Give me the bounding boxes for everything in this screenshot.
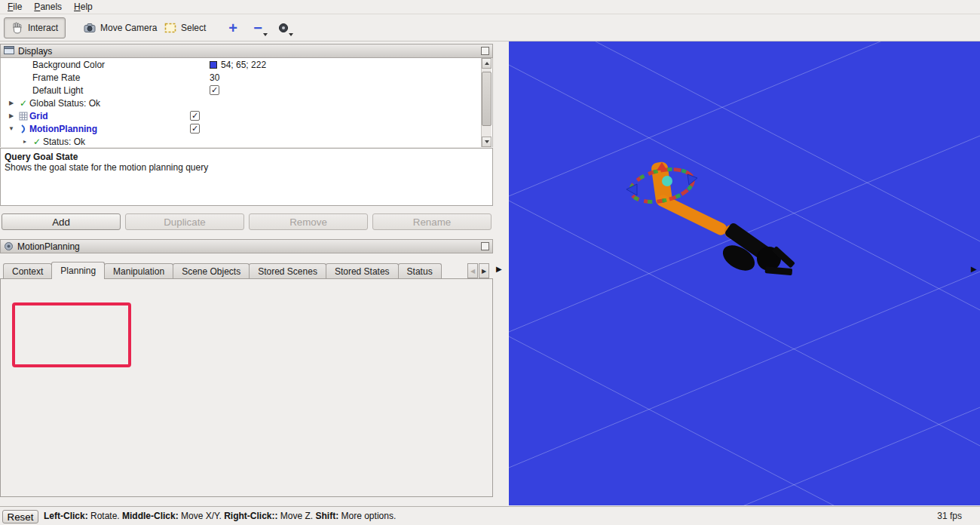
tree-row[interactable]: ▶ ✓ Global Status: Ok	[1, 97, 492, 109]
display-name: MotionPlanning	[29, 124, 190, 134]
display-name: Grid	[29, 111, 190, 121]
property-value[interactable]: 54; 65; 222	[221, 60, 266, 70]
scroll-up-button[interactable]	[482, 58, 492, 69]
tab-scene-objects[interactable]: Scene Objects	[173, 263, 250, 279]
select-tool-button[interactable]: Select	[157, 17, 213, 38]
select-tool-label: Select	[181, 23, 206, 33]
status-ok-icon: ✓	[31, 137, 43, 147]
rename-display-button[interactable]: Rename	[372, 213, 492, 230]
tab-context[interactable]: Context	[3, 263, 52, 279]
minus-icon: −	[253, 22, 262, 34]
add-display-button[interactable]: Add	[2, 213, 121, 230]
motionplanning-display-icon	[17, 124, 29, 134]
menubar: File Panels Help	[0, 0, 980, 14]
displays-panel-titlebar[interactable]: Displays	[0, 44, 493, 58]
property-value[interactable]: 30	[210, 72, 219, 83]
status-label: Global Status: Ok	[29, 98, 100, 109]
planning-tab-pane	[0, 278, 493, 497]
color-swatch[interactable]	[210, 61, 217, 69]
tab-status[interactable]: Status	[398, 263, 442, 279]
dock-collapse-handle[interactable]: ▶	[971, 265, 977, 273]
property-label: Background Color	[1, 60, 210, 70]
dock-collapse-handle[interactable]: ▶	[496, 265, 502, 273]
motionplanning-tabbar: Context Planning Manipulation Scene Obje…	[3, 262, 466, 279]
property-label: Frame Rate	[1, 72, 210, 83]
display-enabled-checkbox[interactable]: ✓	[190, 124, 200, 134]
menu-panels[interactable]: Panels	[28, 1, 68, 13]
expander-icon[interactable]: ▸	[19, 138, 31, 145]
remove-tool-button[interactable]: −	[246, 17, 270, 38]
reset-button[interactable]: Reset	[2, 510, 38, 523]
description-text: Shows the goal state for the motion plan…	[5, 162, 488, 173]
display-panel-icon	[4, 46, 14, 56]
status-label: Status: Ok	[43, 137, 85, 147]
motionplanning-panel-title: MotionPlanning	[17, 241, 80, 252]
displays-tree: Background Color 54; 65; 222 Frame Rate …	[0, 58, 493, 147]
statusbar: Reset Left-Click: Rotate. Middle-Click: …	[0, 506, 980, 525]
duplicate-display-button[interactable]: Duplicate	[125, 213, 244, 230]
add-tool-button[interactable]: +	[222, 17, 244, 38]
tree-row[interactable]: ▸ ✓ Status: Ok	[1, 135, 492, 147]
rviz-window: File Panels Help Interact Move Camera	[0, 0, 980, 525]
plus-icon: +	[228, 22, 237, 34]
grid-display-icon	[17, 112, 29, 121]
scrollbar-thumb[interactable]	[482, 72, 492, 126]
remove-display-button[interactable]: Remove	[249, 213, 368, 230]
status-ok-icon: ✓	[17, 98, 29, 109]
expander-icon[interactable]: ▶	[5, 112, 17, 119]
tree-row[interactable]: ▶ Grid ✓	[1, 109, 492, 122]
tab-scroll-right-button[interactable]: ▶	[479, 263, 489, 278]
chevron-down-icon	[289, 33, 293, 36]
grid	[509, 41, 980, 505]
scroll-down-button[interactable]	[482, 137, 492, 147]
tree-row[interactable]: Default Light ✓	[1, 84, 492, 97]
tab-stored-states[interactable]: Stored States	[326, 263, 399, 279]
move-camera-tool-label: Move Camera	[100, 23, 157, 33]
expander-icon[interactable]: ▼	[5, 125, 17, 132]
mouse-help-text: Left-Click: Rotate. Middle-Click: Move X…	[44, 511, 396, 521]
float-panel-button[interactable]	[481, 47, 489, 55]
displays-panel-title: Displays	[18, 46, 52, 57]
menu-help[interactable]: Help	[68, 1, 99, 13]
motionplanning-panel-icon	[4, 241, 14, 251]
property-label: Default Light	[1, 85, 210, 96]
tree-row[interactable]: ▼ MotionPlanning ✓	[1, 122, 492, 135]
fps-counter: 31 fps	[937, 511, 962, 521]
tab-manipulation[interactable]: Manipulation	[104, 263, 173, 279]
tree-scrollbar[interactable]	[481, 58, 492, 147]
description-title: Query Goal State	[5, 152, 488, 162]
toolbar: Interact Move Camera Select + −	[0, 14, 980, 41]
interact-tool-label: Interact	[28, 23, 58, 33]
interact-tool-button[interactable]: Interact	[4, 17, 66, 38]
property-description-box: Query Goal State Shows the goal state fo…	[0, 148, 493, 206]
tree-row[interactable]: Background Color 54; 65; 222	[1, 58, 492, 71]
display-enabled-checkbox[interactable]: ✓	[190, 111, 200, 121]
focus-icon	[277, 22, 289, 34]
motionplanning-panel-titlebar[interactable]: MotionPlanning	[0, 239, 493, 253]
expander-icon[interactable]: ▶	[5, 100, 17, 106]
tab-planning[interactable]: Planning	[51, 262, 105, 279]
property-checkbox[interactable]: ✓	[210, 85, 219, 95]
chevron-down-icon	[263, 33, 268, 36]
focus-camera-tool-button[interactable]	[271, 17, 296, 38]
selection-box-icon	[164, 22, 176, 34]
menu-file[interactable]: File	[2, 1, 28, 13]
tab-stored-scenes[interactable]: Stored Scenes	[249, 263, 326, 279]
3d-viewport[interactable]	[509, 41, 980, 505]
tab-scroll-left-button[interactable]: ◀	[467, 263, 478, 278]
robot-arm	[651, 161, 795, 276]
tree-row[interactable]: Frame Rate 30	[1, 71, 492, 84]
hand-icon	[11, 22, 23, 34]
float-panel-button[interactable]	[481, 242, 489, 250]
camera-icon	[84, 22, 96, 34]
move-camera-tool-button[interactable]: Move Camera	[76, 17, 164, 38]
